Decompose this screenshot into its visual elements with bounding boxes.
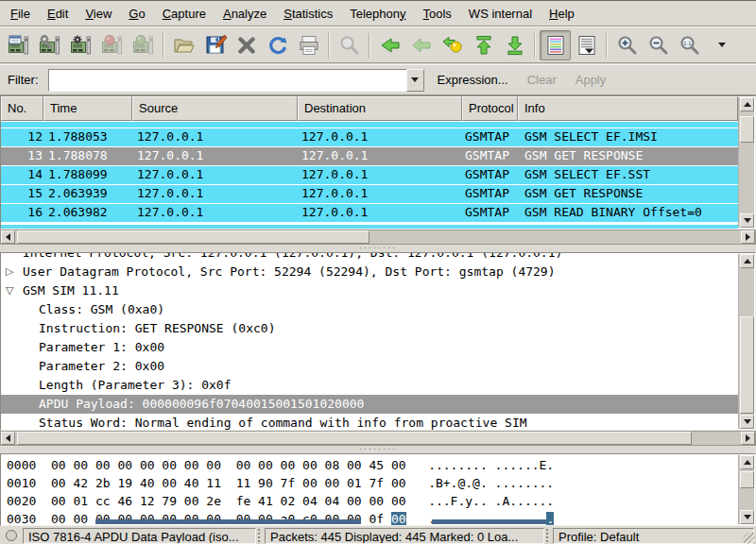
tree-item-status-word[interactable]: Status Word: Normal ending of command wi… <box>1 414 738 430</box>
hex-row-0010[interactable]: 0010 00 42 2b 19 40 00 40 11 11 90 7f 00… <box>7 474 736 492</box>
filter-label-button[interactable]: Filter: <box>6 71 41 89</box>
capture-stop-button[interactable] <box>96 30 128 60</box>
interface-list-button[interactable] <box>3 30 34 60</box>
packet-row-16[interactable]: 16 2.063982 127.0.0.1 127.0.0.1 GSMTAP G… <box>1 203 738 222</box>
hex-row-0020[interactable]: 0020 00 01 cc 46 12 79 00 2e fe 41 02 04… <box>7 492 736 510</box>
menu-statistics[interactable]: Statistics <box>275 2 341 26</box>
reload-button[interactable] <box>262 30 293 60</box>
reload-icon <box>266 34 289 57</box>
go-top-button[interactable] <box>468 30 499 60</box>
packet-row-12[interactable]: 12 1.788053 127.0.0.1 127.0.0.1 GSMTAP G… <box>1 128 738 146</box>
window-resize-grip[interactable] <box>744 533 755 544</box>
column-header-protocol[interactable]: Protocol <box>462 96 518 121</box>
expert-info-button[interactable] <box>2 528 21 544</box>
statusbar-grip[interactable] <box>546 529 551 542</box>
pane-splitter[interactable]: ········ <box>0 245 756 252</box>
menu-view[interactable]: View <box>77 2 120 26</box>
filter-input[interactable] <box>48 69 406 92</box>
details-vscrollbar[interactable] <box>738 254 754 429</box>
scroll-thumb[interactable] <box>740 316 754 414</box>
hex-dump[interactable]: 0000 00 00 00 00 00 00 00 00 00 00 00 00… <box>7 456 736 526</box>
packet-row-17-clipped[interactable] <box>1 224 738 229</box>
zoom-actual-button[interactable]: 1:1 <box>674 30 705 60</box>
menu-telephony[interactable]: Telephony <box>341 2 414 26</box>
packet-list-vscrollbar[interactable] <box>738 97 754 228</box>
packet-row-11-clipped[interactable]: 11 1.787891 127.0.0.1 127.0.0.1 GSMTAP G… <box>1 121 738 128</box>
forward-button[interactable] <box>405 30 437 60</box>
menu-ws-internal[interactable]: WS internal <box>460 2 541 26</box>
menu-tools[interactable]: Tools <box>415 2 460 26</box>
column-header-source[interactable]: Source <box>132 96 298 121</box>
clear-button[interactable]: Clear <box>522 70 562 90</box>
apply-button[interactable]: Apply <box>570 70 612 90</box>
expander-collapsed-icon[interactable]: ▷ <box>6 263 13 281</box>
go-top-icon <box>472 34 495 57</box>
tree-item-ip[interactable]: Internet Protocol, Src: 127.0.0.1 (127.0… <box>1 253 738 263</box>
hex-row-0000[interactable]: 0000 00 00 00 00 00 00 00 00 00 00 00 00… <box>7 456 736 474</box>
close-button[interactable] <box>231 30 262 60</box>
column-header-destination[interactable]: Destination <box>298 96 462 121</box>
scroll-left-button[interactable] <box>1 230 15 244</box>
status-field-info[interactable]: ISO 7816-4 APDU Data Payload (iso... <box>23 528 256 544</box>
tree-item-instruction[interactable]: Instruction: GET RESPONSE (0xc0) <box>1 319 738 338</box>
packet-row-13-selected[interactable]: 13 1.788078 127.0.0.1 127.0.0.1 GSMTAP G… <box>1 146 738 165</box>
column-header-info[interactable]: Info <box>518 96 738 121</box>
column-header-no[interactable]: No. <box>1 96 43 121</box>
auto-scroll-button[interactable] <box>571 30 602 60</box>
find-button[interactable] <box>334 30 365 60</box>
hex-vscrollbar[interactable] <box>738 455 754 524</box>
main-toolbar: 1:1 <box>0 26 756 63</box>
back-button[interactable] <box>374 30 405 60</box>
tree-item-parameter1[interactable]: Parameter 1: 0x00 <box>1 338 738 357</box>
scroll-left-button[interactable] <box>1 432 15 445</box>
expander-expanded-icon[interactable]: ▽ <box>6 281 13 300</box>
tree-item-gsm-sim[interactable]: ▽ GSM SIM 11.11 <box>1 281 738 300</box>
scroll-down-button[interactable] <box>740 415 754 429</box>
tree-item-length[interactable]: Length (Parameter 3): 0x0f <box>1 376 738 395</box>
toolbar-overflow-button[interactable] <box>713 30 731 60</box>
tree-item-parameter2[interactable]: Parameter 2: 0x00 <box>1 357 738 376</box>
scroll-up-button[interactable] <box>740 455 754 469</box>
pane-splitter[interactable]: ········ <box>0 446 756 453</box>
packet-row-14[interactable]: 14 1.788099 127.0.0.1 127.0.0.1 GSMTAP G… <box>1 165 738 184</box>
colorize-button[interactable] <box>540 30 571 60</box>
column-header-time[interactable]: Time <box>43 96 132 121</box>
filter-dropdown-button[interactable] <box>406 69 424 92</box>
menu-capture[interactable]: Capture <box>154 2 215 26</box>
scroll-thumb[interactable] <box>740 471 754 488</box>
capture-options-button[interactable] <box>34 30 65 60</box>
tree-item-udp[interactable]: ▷ User Datagram Protocol, Src Port: 5229… <box>1 263 738 281</box>
goto-packet-button[interactable] <box>437 30 468 60</box>
print-button[interactable] <box>293 30 324 60</box>
toolbar-separator <box>369 33 370 58</box>
go-bottom-button[interactable] <box>499 30 530 60</box>
tree-item-apdu-payload-selected[interactable]: APDU Payload: 000000096f0704001500150102… <box>1 395 738 414</box>
scroll-right-button[interactable] <box>741 432 755 445</box>
scroll-up-button[interactable] <box>740 254 754 268</box>
menu-edit[interactable]: Edit <box>39 2 77 26</box>
packet-list-pane: No. Time Source Destination Protocol Inf… <box>0 95 756 230</box>
scroll-thumb[interactable] <box>17 230 369 244</box>
status-profile[interactable]: Profile: Default <box>553 528 754 544</box>
capture-restart-button[interactable] <box>128 30 159 60</box>
open-button[interactable] <box>168 30 199 60</box>
scroll-thumb[interactable] <box>740 116 754 143</box>
arrow-left-icon <box>6 434 10 442</box>
capture-start-button[interactable] <box>65 30 96 60</box>
save-button[interactable] <box>199 30 231 60</box>
scroll-thumb[interactable] <box>17 432 692 445</box>
scroll-down-button[interactable] <box>740 213 754 228</box>
menu-file[interactable]: File <box>2 2 39 26</box>
zoom-out-button[interactable] <box>643 30 674 60</box>
menu-go[interactable]: Go <box>120 2 153 26</box>
statusbar-grip[interactable] <box>258 529 263 542</box>
packet-row-15[interactable]: 15 2.063939 127.0.0.1 127.0.0.1 GSMTAP G… <box>1 184 738 203</box>
expression-button[interactable]: Expression... <box>432 70 514 90</box>
tree-item-class[interactable]: Class: GSM (0xa0) <box>1 300 738 319</box>
scroll-right-button[interactable] <box>741 230 755 244</box>
menu-analyze[interactable]: Analyze <box>215 2 275 26</box>
scroll-up-button[interactable] <box>740 97 754 111</box>
menu-help[interactable]: Help <box>541 2 583 26</box>
zoom-in-button[interactable] <box>611 30 643 60</box>
scroll-down-button[interactable] <box>740 510 754 524</box>
